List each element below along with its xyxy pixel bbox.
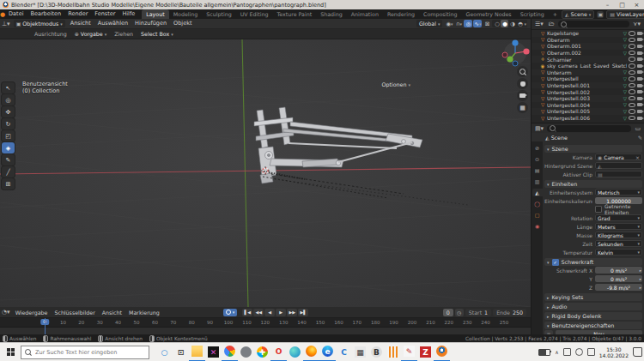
viewport-menu-objekt[interactable]: Objekt bbox=[170, 19, 195, 28]
start-button[interactable] bbox=[0, 343, 21, 361]
proportional-editing-icon[interactable]: ◎ bbox=[464, 20, 472, 27]
hide-viewport-toggle[interactable] bbox=[629, 51, 635, 56]
properties-tab-scene[interactable]: ◭ bbox=[532, 189, 543, 196]
viewport-menu-hinzuf-gen[interactable]: Hinzufügen bbox=[131, 19, 170, 28]
topbar-menu-bearbeiten[interactable]: Bearbeiten bbox=[27, 9, 64, 19]
viewport-menu-ansicht[interactable]: Ansicht bbox=[67, 19, 94, 28]
start-frame-field[interactable]: Start 1 bbox=[465, 309, 491, 316]
workspace-tab-modeling[interactable]: Modeling bbox=[169, 9, 203, 19]
network-icon[interactable] bbox=[587, 348, 595, 356]
hide-render-toggle[interactable] bbox=[637, 117, 642, 120]
timeline-editor-icon[interactable]: ◔▾ bbox=[0, 309, 12, 316]
prev-keyframe-button[interactable]: ◀◀ bbox=[253, 309, 264, 316]
tool-cursor[interactable]: ◎ bbox=[2, 94, 15, 105]
timeline-track[interactable] bbox=[0, 328, 531, 334]
pivot-point-dropdown[interactable]: ◉▾ bbox=[445, 20, 453, 27]
new-scene-button[interactable]: ▣ bbox=[597, 11, 604, 18]
gravity-y-field[interactable]: 0 m/s²▸ bbox=[595, 275, 642, 282]
xray-toggle-icon[interactable]: ⊠ bbox=[483, 20, 491, 27]
tray-icon-1[interactable] bbox=[563, 348, 571, 356]
hide-viewport-toggle[interactable] bbox=[629, 89, 635, 94]
workspace-tab-uv-editing[interactable]: UV Editing bbox=[236, 9, 273, 19]
outliner-item-untergestell-002[interactable]: ▽Untergestell.002▽ bbox=[532, 88, 644, 95]
properties-tab-physics[interactable]: ◉ bbox=[532, 222, 543, 230]
separate-units-checkbox[interactable] bbox=[595, 206, 602, 213]
properties-tab-output[interactable]: ▤ bbox=[532, 166, 543, 174]
workspace-tab-sculpting[interactable]: Sculpting bbox=[202, 9, 235, 19]
proportional-falloff-icon[interactable]: ∿▾ bbox=[473, 20, 482, 27]
shading-wireframe-icon[interactable]: ○ bbox=[493, 20, 501, 27]
shading-solid-icon[interactable]: ● bbox=[501, 20, 508, 27]
taskbar-app-gray-app[interactable] bbox=[238, 343, 254, 361]
panel-schwerkraft-header[interactable]: ▾ ✓ Schwerkraft bbox=[544, 258, 642, 266]
gravity-checkbox[interactable]: ✓ bbox=[552, 259, 559, 266]
camera-field[interactable]: ◉Camera× bbox=[595, 153, 642, 160]
tool-scale[interactable]: ◰ bbox=[2, 130, 15, 141]
timeline-menu-ansicht[interactable]: Ansicht bbox=[99, 310, 125, 316]
hide-render-toggle[interactable] bbox=[637, 57, 642, 61]
workspace-tab-geometry-nodes[interactable]: Geometry Nodes bbox=[462, 9, 516, 19]
tool-select-box[interactable]: ↖ bbox=[2, 82, 15, 93]
hide-render-toggle[interactable] bbox=[637, 38, 642, 41]
taskbar-search[interactable] bbox=[21, 346, 149, 359]
hide-render-toggle[interactable] bbox=[637, 103, 642, 106]
tool-rotate[interactable]: ↻ bbox=[2, 118, 15, 129]
workspace-tab-shading[interactable]: Shading bbox=[316, 9, 347, 19]
outliner-item-untergestell[interactable]: ▽Untergestell▽ bbox=[532, 75, 644, 82]
hide-viewport-toggle[interactable] bbox=[629, 103, 635, 108]
jump-to-end-button[interactable]: ▶▌ bbox=[298, 309, 308, 316]
play-reverse-button[interactable]: ◀ bbox=[264, 309, 275, 316]
taskbar-app-file-explorer[interactable] bbox=[189, 343, 205, 361]
topbar-menu-datei[interactable]: Datei bbox=[5, 9, 27, 19]
hide-render-toggle[interactable] bbox=[637, 77, 642, 81]
hide-render-toggle[interactable] bbox=[637, 51, 642, 55]
zoom-view-icon[interactable] bbox=[517, 66, 528, 77]
taskbar-app-blue-c-app[interactable]: C bbox=[336, 343, 352, 361]
hide-viewport-toggle[interactable] bbox=[629, 109, 635, 114]
display-mode-icon[interactable]: 🗁 bbox=[547, 21, 556, 27]
taskbar-app-media-app[interactable]: ✕ bbox=[205, 343, 222, 361]
panel-custom-header[interactable]: ▾Benutzereigenschaften bbox=[544, 322, 642, 329]
volume-icon[interactable] bbox=[575, 348, 583, 356]
filter-icon[interactable]: ⋎▾ bbox=[631, 21, 642, 27]
taskbar-app-z-app[interactable]: Z bbox=[417, 343, 434, 361]
hide-viewport-toggle[interactable] bbox=[629, 57, 635, 62]
next-keyframe-button[interactable]: ▶▶ bbox=[287, 309, 297, 316]
orientation-dropdown[interactable]: ⊕ Vorgabe ▾ bbox=[72, 30, 109, 38]
tool-measure[interactable]: ╱ bbox=[2, 166, 15, 177]
hide-render-toggle[interactable] bbox=[637, 110, 642, 113]
panel-audio-header[interactable]: ▸Audio bbox=[544, 303, 642, 310]
outliner-item-scharnier[interactable]: ✛Scharnier bbox=[532, 56, 644, 63]
hide-render-toggle[interactable] bbox=[637, 32, 642, 35]
play-button[interactable]: ▶ bbox=[276, 309, 286, 316]
outliner-item-untergestell-004[interactable]: ▽Untergestell.004▽ bbox=[532, 102, 644, 109]
background-scene-field[interactable]: ◭ bbox=[595, 162, 642, 169]
auto-keying-toggle[interactable]: ▾ bbox=[223, 309, 238, 316]
view-layer-selector[interactable]: ▤ ViewLayer ▾ bbox=[606, 10, 644, 19]
properties-tab-object[interactable]: ▢ bbox=[532, 211, 543, 219]
panel-szene-header[interactable]: ▾Szene bbox=[544, 145, 642, 153]
snap-magnet-icon[interactable]: ∪▾ bbox=[454, 20, 463, 27]
panel-keying-sets-header[interactable]: ▸Keying Sets bbox=[544, 293, 642, 301]
hide-viewport-toggle[interactable] bbox=[629, 63, 635, 69]
gravity-schwerkraft-x-field[interactable]: 0 m/s²▸ bbox=[595, 267, 642, 274]
tool-transform[interactable]: ◈ bbox=[2, 142, 15, 153]
workspace-tab-texture-paint[interactable]: Texture Paint bbox=[273, 9, 317, 19]
editor-type-icon[interactable]: ⊥▾ bbox=[0, 21, 12, 27]
properties-tab-world[interactable]: ◯ bbox=[532, 200, 543, 208]
workspace-tab-animation[interactable]: Animation bbox=[347, 9, 383, 19]
close-button[interactable]: × bbox=[629, 0, 644, 9]
mode-dropdown[interactable]: ▣ Objektmodus ▾ bbox=[14, 20, 65, 27]
taskbar-app-chrome[interactable] bbox=[222, 343, 238, 361]
timeline-menu-schl-sselbilder[interactable]: Schlüsselbilder bbox=[51, 310, 98, 316]
outliner-search-input[interactable] bbox=[558, 21, 630, 27]
taskbar-app-cortana[interactable]: ○ bbox=[156, 343, 173, 361]
taskbar-app-b-app[interactable]: B bbox=[368, 343, 385, 361]
preview-range-icon[interactable]: ◷ bbox=[455, 309, 464, 316]
shading-material-icon[interactable]: ◑ bbox=[508, 20, 516, 27]
taskbar-search-input[interactable] bbox=[33, 348, 145, 357]
outliner-item-untergestell-005[interactable]: ▽Untergestell.005▽ bbox=[532, 108, 644, 115]
panel-einheiten-header[interactable]: ▾Einheiten bbox=[544, 180, 642, 188]
transform-orientation-dropdown[interactable]: Global ▾ bbox=[416, 20, 443, 27]
tool-annotate[interactable]: ✎ bbox=[2, 154, 15, 165]
